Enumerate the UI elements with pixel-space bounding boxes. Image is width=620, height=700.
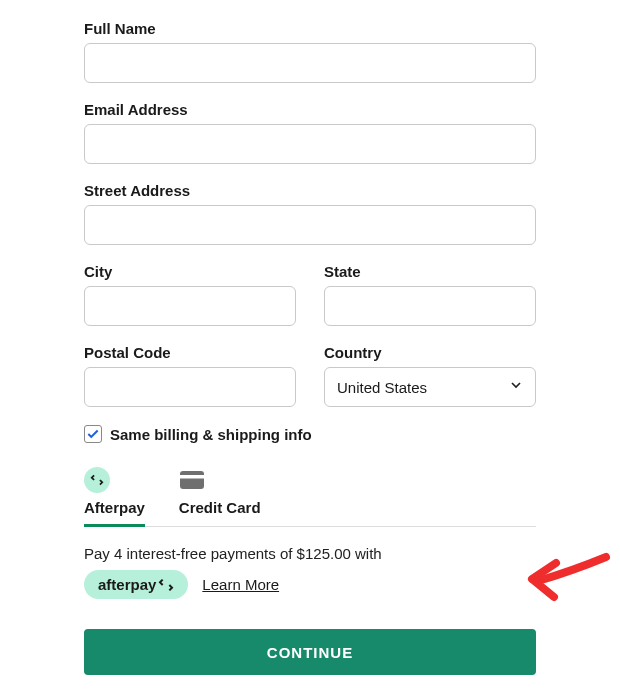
full-name-label: Full Name [84,20,536,37]
tab-credit-card[interactable]: Credit Card [179,467,261,526]
tab-credit-label: Credit Card [179,499,261,516]
afterpay-message: Pay 4 interest-free payments of $125.00 … [84,545,536,562]
check-icon [86,427,100,441]
afterpay-badge: afterpay [84,570,188,599]
continue-button[interactable]: CONTINUE [84,629,536,675]
afterpay-logo-icon [158,577,174,593]
learn-more-link[interactable]: Learn More [202,576,279,593]
state-input[interactable] [324,286,536,326]
city-input[interactable] [84,286,296,326]
tab-afterpay[interactable]: Afterpay [84,467,145,526]
same-billing-label: Same billing & shipping info [110,426,312,443]
tab-afterpay-label: Afterpay [84,499,145,516]
payment-tabs: Afterpay Credit Card [84,467,536,527]
svg-rect-1 [180,475,204,479]
city-label: City [84,263,296,280]
same-billing-checkbox[interactable] [84,425,102,443]
country-label: Country [324,344,536,361]
credit-card-icon [179,467,205,493]
postal-label: Postal Code [84,344,296,361]
afterpay-icon [84,467,110,493]
street-input[interactable] [84,205,536,245]
postal-input[interactable] [84,367,296,407]
email-input[interactable] [84,124,536,164]
state-label: State [324,263,536,280]
full-name-input[interactable] [84,43,536,83]
street-label: Street Address [84,182,536,199]
country-select[interactable]: United States [324,367,536,407]
country-value: United States [337,379,427,396]
afterpay-badge-label: afterpay [98,576,156,593]
email-label: Email Address [84,101,536,118]
svg-rect-0 [180,471,204,489]
